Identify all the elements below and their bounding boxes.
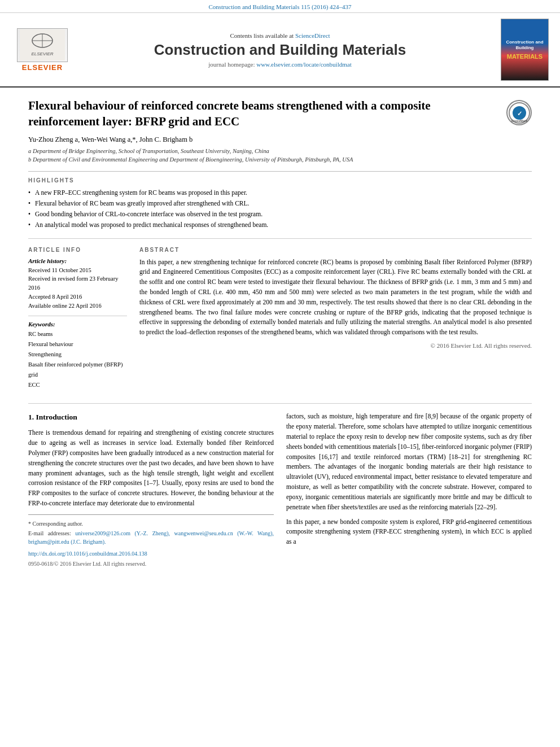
info-divider (28, 316, 127, 316)
elsevier-emblem: ELSEVIER (17, 28, 68, 62)
homepage-url: www.elsevier.com/locate/conbuildmat (256, 61, 352, 68)
copyright-line: © 2016 Elsevier Ltd. All rights reserved… (139, 342, 532, 349)
affiliation-b: b Department of Civil and Environmental … (28, 155, 498, 164)
author-names: Yu-Zhou Zheng a, Wen-Wei Wang a,*, John … (28, 136, 193, 143)
cover-title: Construction and Building (504, 40, 546, 51)
email-label: E-mail addresses: (28, 530, 71, 536)
elsevier-logo: ELSEVIER ELSEVIER (11, 28, 73, 72)
journal-cover-image: Construction and Building MATERIALS (501, 19, 549, 81)
issn-line: 0950-0618/© 2016 Elsevier Ltd. All right… (28, 560, 274, 569)
email-note: E-mail addresses: universe2009@126.com (… (28, 529, 274, 546)
elsevier-brand-text: ELSEVIER (22, 63, 63, 72)
intro-para-1: There is tremendous demand for repairing… (28, 428, 274, 509)
journal-title: Construction and Building Materials (85, 41, 475, 59)
keywords-block: Keywords: RC beams Flexural behaviour St… (28, 321, 127, 390)
right-column: factors, such as moisture, high temperat… (286, 412, 532, 568)
affiliation-a: a Department of Bridge Engineering, Scho… (28, 147, 498, 156)
article-title: Flexural behaviour of reinforced concret… (28, 98, 498, 130)
intro-para-3: In this paper, a new bonded composite sy… (286, 517, 532, 547)
journal-title-center: Contents lists available at ScienceDirec… (73, 32, 487, 68)
accepted-date: Accepted 8 April 2016 (28, 292, 127, 302)
elsevier-logo-section: ELSEVIER ELSEVIER (11, 28, 73, 72)
authors-line: Yu-Zhou Zheng a, Wen-Wei Wang a,*, John … (28, 136, 498, 144)
svg-text:ELSEVIER: ELSEVIER (31, 51, 53, 56)
highlights-list: A new FRP–ECC strengthening system for R… (28, 188, 532, 229)
highlight-item-1: A new FRP–ECC strengthening system for R… (28, 188, 532, 197)
highlights-section: HIGHLIGHTS A new FRP–ECC strengthening s… (28, 177, 532, 238)
affiliations-block: a Department of Bridge Engineering, Scho… (28, 147, 498, 165)
article-info-panel: ARTICLE INFO Article history: Received 1… (28, 247, 127, 396)
highlight-item-3: Good bonding behavior of CRL-to-concrete… (28, 209, 532, 219)
left-column: 1. Introduction There is tremendous dema… (28, 412, 274, 568)
two-column-body: 1. Introduction There is tremendous dema… (28, 412, 532, 568)
main-content: Flexural behaviour of reinforced concret… (0, 88, 560, 580)
intro-para-2: factors, such as moisture, high temperat… (286, 412, 532, 512)
article-info-heading: ARTICLE INFO (28, 247, 127, 253)
abstract-panel: ABSTRACT In this paper, a new strengthen… (139, 247, 532, 396)
article-history: Article history: Received 11 October 201… (28, 257, 127, 311)
article-title-section: Flexural behaviour of reinforced concret… (28, 98, 532, 172)
revised-date: Received in revised form 23 February 201… (28, 274, 127, 292)
history-heading: Article history: (28, 257, 127, 264)
journal-homepage: journal homepage: www.elsevier.com/locat… (85, 61, 475, 68)
highlight-item-2: Flexural behavior of RC beam was greatly… (28, 199, 532, 208)
article-title-block: Flexural behaviour of reinforced concret… (28, 98, 498, 164)
journal-ref-text: Construction and Building Materials 115 … (208, 3, 351, 10)
abstract-text: In this paper, a new strengthening techn… (139, 257, 532, 338)
keyword-2: Flexural behaviour (28, 339, 127, 350)
doi-link[interactable]: http://dx.doi.org/10.1016/j.conbuildmat.… (28, 551, 147, 557)
keywords-heading: Keywords: (28, 321, 127, 327)
doi-section: http://dx.doi.org/10.1016/j.conbuildmat.… (28, 549, 274, 569)
received-date: Received 11 October 2015 (28, 266, 127, 275)
journal-cover-section: Construction and Building MATERIALS (487, 19, 549, 81)
science-direct-notice: Contents lists available at ScienceDirec… (85, 32, 475, 39)
keyword-1: RC beams (28, 329, 127, 339)
highlight-item-4: An analytical model was proposed to pred… (28, 220, 532, 229)
keyword-3: Strengthening (28, 350, 127, 360)
journal-reference-bar: Construction and Building Materials 115 … (0, 0, 560, 13)
available-date: Available online 22 April 2016 (28, 302, 127, 311)
intro-heading: 1. Introduction (28, 412, 274, 423)
svg-text:✓: ✓ (517, 110, 522, 117)
intro-title: Introduction (36, 413, 77, 421)
corresponding-note: * Corresponding author. (28, 519, 274, 528)
intro-number: 1. (28, 413, 34, 421)
footnotes-section: * Corresponding author. E-mail addresses… (28, 514, 274, 546)
abstract-heading: ABSTRACT (139, 247, 532, 253)
journal-header: ELSEVIER ELSEVIER Contents lists availab… (0, 13, 560, 88)
science-direct-link[interactable]: ScienceDirect (295, 32, 330, 39)
keyword-4: Basalt fiber reinforced polymer (BFRP) g… (28, 360, 127, 380)
keyword-5: ECC (28, 380, 127, 390)
keywords-list: RC beams Flexural behaviour Strengthenin… (28, 329, 127, 390)
highlights-heading: HIGHLIGHTS (28, 177, 532, 184)
cover-materials-text: MATERIALS (507, 53, 542, 60)
svg-text:CrossMark: CrossMark (511, 119, 527, 123)
crossmark-section: ✓ CrossMark (498, 98, 532, 125)
crossmark-icon: ✓ CrossMark (506, 100, 532, 125)
article-info-abstract-section: ARTICLE INFO Article history: Received 1… (28, 247, 532, 404)
